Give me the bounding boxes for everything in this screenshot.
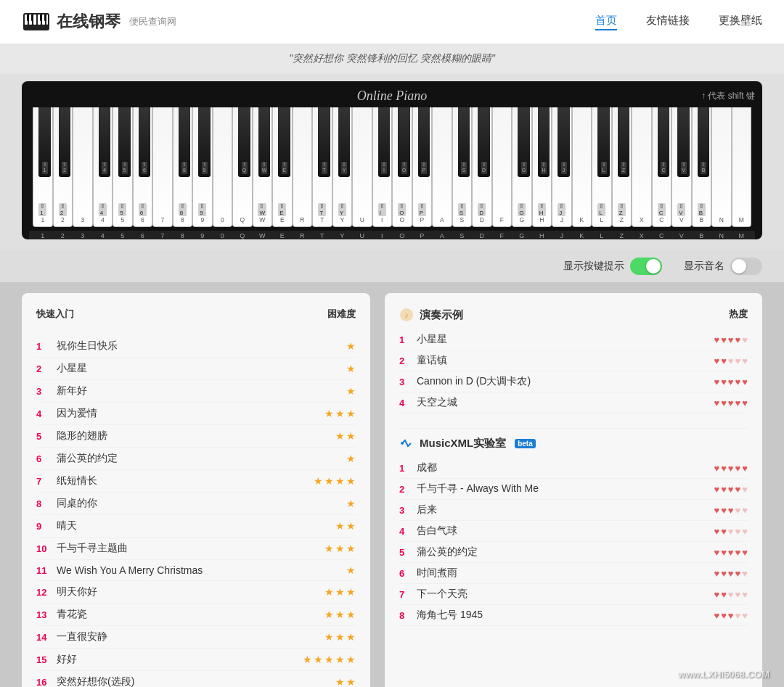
song-number: 1 [399,463,411,474]
black-key[interactable]: ⇧C [658,107,670,177]
song-item[interactable]: 1祝你生日快乐★ [36,335,356,358]
song-name: 因为爱情 [57,407,97,420]
heart-icon: ♥ [742,568,748,579]
difficulty-stars: ★★★ [324,408,356,419]
quote-text: "突然好想你 突然锋利的回忆 突然模糊的眼睛" [289,52,495,64]
song-item[interactable]: 9晴天★★ [36,515,356,538]
heart-icon: ♥ [728,526,734,537]
song-item[interactable]: 6蒲公英的约定★ [36,448,356,470]
nav-home[interactable]: 首页 [595,14,617,30]
heat-hearts: ♥♥♥♥♥ [714,463,748,474]
performance-song-item[interactable]: 4 天空之城♥♥♥♥♥ [399,392,748,414]
difficulty-stars: ★★★ [324,543,356,554]
white-key[interactable]: K [572,107,592,227]
black-key[interactable]: ⇧6 [139,107,151,177]
musicxml-song-item[interactable]: 5 蒲公英的约定♥♥♥♥♥ [399,542,748,563]
song-item[interactable]: 14一直很安静★★★ [36,626,356,649]
black-key[interactable]: ⇧G [518,107,530,177]
piano-logo-icon [22,7,51,36]
musicxml-song-item[interactable]: 8 海角七号 1945♥♥♥♥♥ [399,605,748,626]
show-notes-toggle[interactable] [730,258,762,275]
song-item[interactable]: 4因为爱情★★★ [36,403,356,425]
white-key[interactable]: R [293,107,313,227]
black-key[interactable]: ⇧T [318,107,330,177]
black-key[interactable]: ⇧5 [118,107,131,177]
musicxml-song-item[interactable]: 2 千与千寻 - Always With Me♥♥♥♥♥ [399,479,748,500]
heart-icon: ♥ [735,355,741,366]
performance-song-item[interactable]: 3 Cannon in D (D大调卡农)♥♥♥♥♥ [399,371,748,392]
song-item[interactable]: 16突然好想你(选段)★★ [36,671,356,687]
black-key[interactable]: ⇧E [278,107,290,177]
musicxml-song-item[interactable]: 7 下一个天亮♥♥♥♥♥ [399,584,748,605]
musicxml-song-item[interactable]: 1 成都♥♥♥♥♥ [399,458,748,479]
song-item[interactable]: 3新年好★ [36,380,356,403]
song-item[interactable]: 7纸短情长★★★★ [36,470,356,493]
piano-keyboard[interactable]: ⇧11⇧223⇧44⇧55⇧667⇧88⇧990Q⇧WW⇧EER⇧TT⇧YYU⇧… [29,107,755,231]
black-key[interactable]: ⇧J [558,107,570,177]
black-key[interactable]: ⇧9 [198,107,211,177]
white-key[interactable]: F [492,107,513,227]
white-key[interactable]: N [711,107,732,227]
song-item[interactable]: 2小星星★ [36,358,356,380]
musicxml-song-item[interactable]: 6 时间煮雨♥♥♥♥♥ [399,563,748,584]
black-key[interactable]: ⇧Y [338,107,351,177]
show-hints-control: 显示按键提示 [563,258,662,275]
black-key[interactable]: ⇧L [597,107,610,177]
black-key[interactable]: ⇧S [458,107,470,177]
song-item[interactable]: 5隐形的翅膀★★ [36,425,356,448]
song-number: 1 [36,341,51,352]
black-key[interactable]: ⇧P [418,107,430,177]
black-key[interactable]: ⇧4 [99,107,111,177]
star-icon: ★ [346,453,356,464]
star-icon: ★ [335,408,345,419]
black-key[interactable]: ⇧B [698,107,710,177]
heart-icon: ♥ [735,568,741,579]
white-key[interactable]: 7 [152,107,173,227]
song-item[interactable]: 15好好★★★★★ [36,649,356,671]
black-key[interactable]: ⇧I [378,107,391,177]
heart-icon: ♥ [721,463,727,474]
song-number: 4 [399,526,411,537]
black-key[interactable]: ⇧H [538,107,550,177]
white-key[interactable]: 3 [73,107,93,227]
star-icon: ★ [335,543,345,554]
black-key[interactable]: ⇧Z [618,107,630,177]
star-icon: ★ [335,430,345,442]
black-key[interactable]: ⇧O [398,107,410,177]
black-key[interactable]: ⇧W [258,107,271,177]
difficulty-stars: ★★ [335,520,356,532]
black-key[interactable]: ⇧D [478,107,490,177]
song-item[interactable]: 12明天你好★★★ [36,581,356,604]
white-key[interactable]: M [732,107,752,227]
musicxml-song-item[interactable]: 4 告白气球♥♥♥♥♥ [399,521,748,542]
nav-friends[interactable]: 友情链接 [646,14,690,30]
white-key[interactable]: 0 [213,107,233,227]
black-key[interactable]: ⇧V [677,107,690,177]
heart-icon: ♥ [721,589,727,600]
musicxml-song-item[interactable]: 3 后来♥♥♥♥♥ [399,500,748,521]
section-divider [399,428,748,429]
show-hints-toggle[interactable] [630,258,662,275]
song-item[interactable]: 13青花瓷★★★ [36,604,356,626]
performance-song-item[interactable]: 1 小星星♥♥♥♥♥ [399,329,748,350]
black-key[interactable]: ⇧2 [59,107,71,177]
svg-rect-9 [40,15,42,21]
black-key[interactable]: ⇧1 [38,107,51,177]
performance-song-item[interactable]: 2 童话镇♥♥♥♥♥ [399,350,748,371]
white-key[interactable]: X [632,107,652,227]
star-icon: ★ [346,385,356,397]
heart-icon: ♥ [714,377,719,387]
song-number: 8 [399,610,411,621]
black-key[interactable]: ⇧Q [238,107,250,177]
song-item[interactable]: 11We Wish You A Merry Christmas★ [36,560,356,581]
black-key[interactable]: ⇧8 [179,107,191,177]
white-key[interactable]: U [352,107,372,227]
nav-wallpaper[interactable]: 更换壁纸 [719,14,762,30]
difficulty-stars: ★★ [335,676,356,687]
song-item[interactable]: 10千与千寻主题曲★★★ [36,538,356,560]
song-number: 14 [36,632,51,643]
song-item[interactable]: 8同桌的你★ [36,493,356,515]
logo-sub: 便民查询网 [129,15,176,28]
heat-hearts: ♥♥♥♥♥ [714,484,748,495]
white-key[interactable]: A [432,107,452,227]
